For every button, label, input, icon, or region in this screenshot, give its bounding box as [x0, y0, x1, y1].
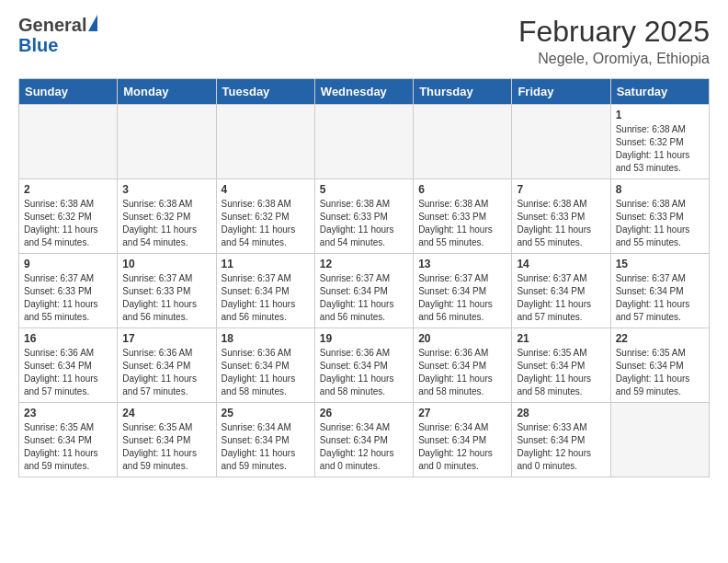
day-number: 5 [320, 183, 408, 196]
calendar-cell: 3Sunrise: 6:38 AM Sunset: 6:32 PM Daylig… [118, 179, 216, 254]
day-number: 20 [418, 332, 506, 345]
day-number: 18 [222, 332, 310, 345]
day-info: Sunrise: 6:38 AM Sunset: 6:33 PM Dayligh… [517, 198, 605, 249]
logo-general: General [18, 15, 86, 35]
day-info: Sunrise: 6:37 AM Sunset: 6:34 PM Dayligh… [222, 272, 310, 324]
day-number: 27 [418, 407, 506, 419]
day-number: 10 [122, 258, 210, 270]
day-number: 13 [418, 258, 506, 270]
day-number: 28 [517, 407, 605, 419]
day-info: Sunrise: 6:34 AM Sunset: 6:34 PM Dayligh… [418, 421, 506, 473]
title-area: February 2025 Negele, Oromiya, Ethiopia [518, 15, 710, 67]
day-info: Sunrise: 6:37 AM Sunset: 6:33 PM Dayligh… [122, 272, 210, 324]
calendar-week: 23Sunrise: 6:35 AM Sunset: 6:34 PM Dayli… [19, 403, 710, 477]
calendar-cell: 28Sunrise: 6:33 AM Sunset: 6:34 PM Dayli… [512, 403, 610, 477]
day-number: 1 [616, 109, 704, 121]
day-number: 2 [24, 183, 112, 196]
month-title: February 2025 [518, 15, 710, 49]
day-info: Sunrise: 6:36 AM Sunset: 6:34 PM Dayligh… [24, 347, 112, 398]
calendar-cell: 13Sunrise: 6:37 AM Sunset: 6:34 PM Dayli… [414, 254, 512, 328]
calendar-cell: 27Sunrise: 6:34 AM Sunset: 6:34 PM Dayli… [414, 403, 512, 477]
calendar-cell: 9Sunrise: 6:37 AM Sunset: 6:33 PM Daylig… [19, 254, 118, 328]
header: General Blue February 2025 Negele, Oromi… [18, 15, 710, 67]
logo-blue-line: Blue [18, 35, 97, 55]
day-number: 12 [320, 258, 408, 270]
day-info: Sunrise: 6:37 AM Sunset: 6:33 PM Dayligh… [24, 272, 112, 324]
calendar-cell: 4Sunrise: 6:38 AM Sunset: 6:32 PM Daylig… [216, 179, 314, 254]
day-info: Sunrise: 6:37 AM Sunset: 6:34 PM Dayligh… [517, 272, 605, 324]
day-number: 6 [418, 183, 506, 196]
logo: General Blue [18, 15, 97, 55]
day-info: Sunrise: 6:37 AM Sunset: 6:34 PM Dayligh… [418, 272, 506, 324]
day-number: 25 [222, 407, 310, 419]
day-number: 7 [517, 183, 605, 196]
day-info: Sunrise: 6:37 AM Sunset: 6:34 PM Dayligh… [616, 272, 704, 324]
calendar-cell [414, 105, 512, 179]
logo-triangle-icon [88, 15, 97, 31]
calendar-week: 16Sunrise: 6:36 AM Sunset: 6:34 PM Dayli… [19, 328, 710, 403]
day-number: 22 [616, 332, 704, 345]
calendar-cell: 18Sunrise: 6:36 AM Sunset: 6:34 PM Dayli… [216, 328, 314, 403]
calendar-cell: 23Sunrise: 6:35 AM Sunset: 6:34 PM Dayli… [19, 403, 118, 477]
calendar-cell: 10Sunrise: 6:37 AM Sunset: 6:33 PM Dayli… [118, 254, 216, 328]
calendar-cell: 2Sunrise: 6:38 AM Sunset: 6:32 PM Daylig… [19, 179, 118, 254]
calendar-cell: 14Sunrise: 6:37 AM Sunset: 6:34 PM Dayli… [512, 254, 610, 328]
weekday-header: Saturday [610, 79, 709, 105]
day-number: 3 [122, 183, 210, 196]
day-number: 16 [24, 332, 112, 345]
calendar-week: 9Sunrise: 6:37 AM Sunset: 6:33 PM Daylig… [19, 254, 710, 328]
day-info: Sunrise: 6:38 AM Sunset: 6:32 PM Dayligh… [24, 198, 112, 249]
day-info: Sunrise: 6:38 AM Sunset: 6:33 PM Dayligh… [616, 198, 704, 249]
day-info: Sunrise: 6:38 AM Sunset: 6:32 PM Dayligh… [122, 198, 210, 249]
day-info: Sunrise: 6:38 AM Sunset: 6:33 PM Dayligh… [320, 198, 408, 249]
weekday-header: Monday [118, 79, 216, 105]
calendar: SundayMondayTuesdayWednesdayThursdayFrid… [18, 78, 710, 477]
calendar-cell [216, 105, 314, 179]
day-info: Sunrise: 6:38 AM Sunset: 6:33 PM Dayligh… [418, 198, 506, 249]
calendar-cell: 12Sunrise: 6:37 AM Sunset: 6:34 PM Dayli… [314, 254, 413, 328]
calendar-cell: 7Sunrise: 6:38 AM Sunset: 6:33 PM Daylig… [512, 179, 610, 254]
day-info: Sunrise: 6:34 AM Sunset: 6:34 PM Dayligh… [320, 421, 408, 473]
day-number: 11 [222, 258, 310, 270]
day-info: Sunrise: 6:33 AM Sunset: 6:34 PM Dayligh… [517, 421, 605, 473]
day-info: Sunrise: 6:38 AM Sunset: 6:32 PM Dayligh… [222, 198, 310, 249]
day-number: 26 [320, 407, 408, 419]
calendar-cell [610, 403, 709, 477]
weekday-header: Wednesday [314, 79, 413, 105]
calendar-cell: 26Sunrise: 6:34 AM Sunset: 6:34 PM Dayli… [314, 403, 413, 477]
day-number: 15 [616, 258, 704, 270]
calendar-cell: 6Sunrise: 6:38 AM Sunset: 6:33 PM Daylig… [414, 179, 512, 254]
day-info: Sunrise: 6:35 AM Sunset: 6:34 PM Dayligh… [517, 347, 605, 398]
calendar-cell: 24Sunrise: 6:35 AM Sunset: 6:34 PM Dayli… [118, 403, 216, 477]
calendar-body: 1Sunrise: 6:38 AM Sunset: 6:32 PM Daylig… [19, 105, 710, 477]
weekday-header: Friday [512, 79, 610, 105]
day-info: Sunrise: 6:36 AM Sunset: 6:34 PM Dayligh… [418, 347, 506, 398]
weekday-row: SundayMondayTuesdayWednesdayThursdayFrid… [19, 79, 710, 105]
calendar-week: 2Sunrise: 6:38 AM Sunset: 6:32 PM Daylig… [19, 179, 710, 254]
calendar-header: SundayMondayTuesdayWednesdayThursdayFrid… [19, 79, 710, 105]
logo-blue: Blue [18, 35, 58, 55]
day-number: 17 [122, 332, 210, 345]
calendar-cell: 16Sunrise: 6:36 AM Sunset: 6:34 PM Dayli… [19, 328, 118, 403]
day-number: 24 [122, 407, 210, 419]
weekday-header: Tuesday [216, 79, 314, 105]
calendar-cell: 25Sunrise: 6:34 AM Sunset: 6:34 PM Dayli… [216, 403, 314, 477]
calendar-cell [512, 105, 610, 179]
location: Negele, Oromiya, Ethiopia [518, 51, 710, 67]
day-number: 21 [517, 332, 605, 345]
logo-line: General [18, 15, 97, 35]
calendar-cell: 21Sunrise: 6:35 AM Sunset: 6:34 PM Dayli… [512, 328, 610, 403]
calendar-cell: 15Sunrise: 6:37 AM Sunset: 6:34 PM Dayli… [610, 254, 709, 328]
calendar-cell: 1Sunrise: 6:38 AM Sunset: 6:32 PM Daylig… [610, 105, 709, 179]
calendar-cell: 22Sunrise: 6:35 AM Sunset: 6:34 PM Dayli… [610, 328, 709, 403]
day-info: Sunrise: 6:36 AM Sunset: 6:34 PM Dayligh… [122, 347, 210, 398]
day-number: 4 [222, 183, 310, 196]
day-number: 8 [616, 183, 704, 196]
calendar-cell: 5Sunrise: 6:38 AM Sunset: 6:33 PM Daylig… [314, 179, 413, 254]
calendar-cell: 11Sunrise: 6:37 AM Sunset: 6:34 PM Dayli… [216, 254, 314, 328]
day-info: Sunrise: 6:37 AM Sunset: 6:34 PM Dayligh… [320, 272, 408, 324]
day-number: 19 [320, 332, 408, 345]
day-info: Sunrise: 6:35 AM Sunset: 6:34 PM Dayligh… [122, 421, 210, 473]
calendar-cell [314, 105, 413, 179]
calendar-cell: 20Sunrise: 6:36 AM Sunset: 6:34 PM Dayli… [414, 328, 512, 403]
